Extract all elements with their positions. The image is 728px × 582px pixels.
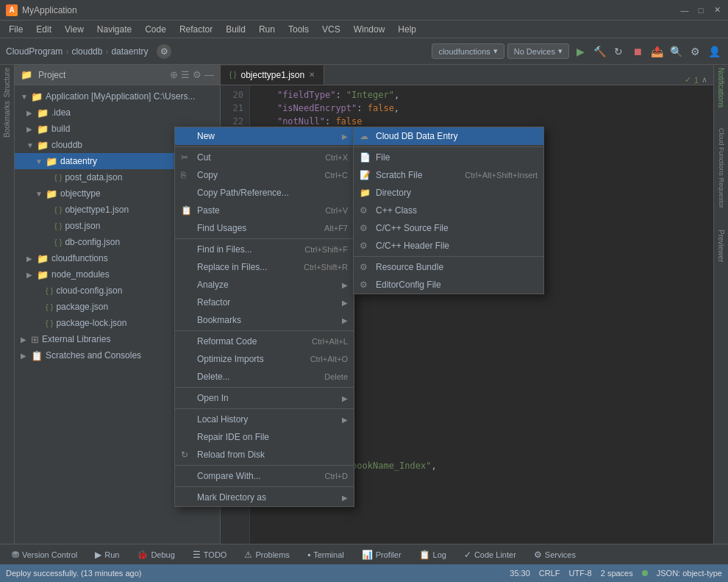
expand-arrow: ▼ <box>21 93 28 101</box>
submenu-item-file[interactable]: 📄 File <box>354 149 543 166</box>
tab-close-button[interactable]: ✕ <box>309 71 315 79</box>
sync-icon[interactable]: ☰ <box>181 69 190 80</box>
project-header: 📁 Project ⊕ ☰ ⚙ — <box>15 65 220 85</box>
ctx-item-compare[interactable]: Compare With... Ctrl+D <box>175 467 354 485</box>
deploy-button[interactable]: 📤 <box>649 43 665 60</box>
ctx-item-new[interactable]: New ▶ <box>175 127 354 145</box>
status-charset[interactable]: UTF-8 <box>569 569 592 578</box>
ctx-item-copy[interactable]: ⎘ Copy Ctrl+C <box>175 166 354 184</box>
ctx-sep-6 <box>175 465 354 466</box>
ctx-item-find-usages[interactable]: Find Usages Alt+F7 <box>175 219 354 237</box>
ctx-item-reformat[interactable]: Reformat Code Ctrl+Alt+L <box>175 333 354 350</box>
account-button[interactable]: 👤 <box>706 43 722 60</box>
menu-item-vcs[interactable]: VCS <box>316 23 346 36</box>
ctx-item-refactor[interactable]: Refactor ▶ <box>175 294 354 311</box>
submenu-item-cpp-class[interactable]: ⚙ C++ Class <box>354 202 543 219</box>
breadcrumb-dataentry[interactable]: dataentry <box>111 46 148 57</box>
build-button[interactable]: 🔨 <box>591 43 607 60</box>
settings-button[interactable]: ⚙ <box>687 43 703 60</box>
ctx-item-paste[interactable]: 📋 Paste Ctrl+V <box>175 202 354 219</box>
bookmarks-label[interactable]: Bookmarks <box>3 101 11 138</box>
project-icon: 📁 <box>21 69 32 80</box>
bottom-tab-version-control[interactable]: ⛃ Version Control <box>6 548 83 561</box>
gear-icon[interactable]: ⚙ <box>193 69 201 80</box>
ctx-item-cut[interactable]: ✂ Cut Ctrl+X <box>175 149 354 166</box>
tree-item-application[interactable]: ▼ 📁 Application [MyApplication] C:\Users… <box>15 88 220 104</box>
ctx-item-analyze[interactable]: Analyze ▶ <box>175 276 354 294</box>
bottom-tab-run[interactable]: ▶ Run <box>89 548 125 561</box>
bottom-tab-terminal[interactable]: ▪ Terminal <box>301 548 350 561</box>
bottom-tab-code-linter[interactable]: ✓ Code Linter <box>458 548 522 561</box>
previewer-label[interactable]: Previewer <box>717 230 725 262</box>
menu-item-code[interactable]: Code <box>139 23 172 36</box>
minimize-button[interactable]: — <box>679 5 690 15</box>
menu-item-view[interactable]: View <box>59 23 90 36</box>
reload-button[interactable]: ↻ <box>610 43 627 60</box>
bottom-tab-log[interactable]: 📋 Log <box>413 548 452 561</box>
ctx-item-bookmarks[interactable]: Bookmarks ▶ <box>175 311 354 329</box>
ctx-item-copy-path[interactable]: Copy Path/Reference... <box>175 184 354 202</box>
cloud-functions-label[interactable]: Cloud Functions Requestor <box>718 128 725 208</box>
menu-item-edit[interactable]: Edit <box>30 23 57 36</box>
context-menu: New ▶ ✂ Cut Ctrl+X ⎘ Copy Ctrl+C Copy Pa… <box>174 127 354 507</box>
ctx-item-local-history[interactable]: Local History ▶ <box>175 411 354 428</box>
close-button[interactable]: ✕ <box>712 5 722 15</box>
submenu-item-clouddb[interactable]: ☁ Cloud DB Data Entry <box>354 127 543 145</box>
notif-arrow[interactable]: ∧ <box>702 75 707 85</box>
status-indent[interactable]: 2 spaces <box>601 569 633 578</box>
menu-item-file[interactable]: File <box>3 23 29 36</box>
project-header-icons: ⊕ ☰ ⚙ — <box>170 69 214 80</box>
ctx-item-open-in[interactable]: Open In ▶ <box>175 389 354 407</box>
ctx-bookmarks-arrow: ▶ <box>342 316 348 324</box>
ctx-item-mark-dir[interactable]: Mark Directory as ▶ <box>175 489 354 506</box>
ctx-openin-arrow: ▶ <box>342 394 348 402</box>
ctx-item-delete[interactable]: Delete... Delete <box>175 368 354 386</box>
menu-item-build[interactable]: Build <box>220 23 251 36</box>
menu-item-help[interactable]: Help <box>392 23 422 36</box>
submenu-item-cpp-header[interactable]: ⚙ C/C++ Header File <box>354 237 543 255</box>
run-config-dropdown[interactable]: cloudfunctions ▾ <box>432 43 504 59</box>
search-icon[interactable]: ⚙ <box>157 44 171 59</box>
ctx-item-reload[interactable]: ↻ Reload from Disk <box>175 446 354 464</box>
submenu-item-directory[interactable]: 📁 Directory <box>354 184 543 202</box>
stop-button[interactable]: ⏹ <box>629 43 646 60</box>
editor-tab-objecttype1[interactable]: { } objecttype1.json ✕ <box>221 65 324 85</box>
bottom-tab-profiler[interactable]: 📊 Profiler <box>356 548 407 561</box>
breadcrumb-clouddb[interactable]: clouddb <box>71 46 102 57</box>
breadcrumb-cloudprogram[interactable]: CloudProgram <box>6 46 63 57</box>
sub-resource-icon: ⚙ <box>360 262 371 272</box>
bottom-tab-todo[interactable]: ☰ TODO <box>187 548 233 561</box>
bottom-tab-problems[interactable]: ⚠ Problems <box>238 548 295 561</box>
menu-item-navigate[interactable]: Navigate <box>91 23 138 36</box>
submenu-item-cpp-source[interactable]: ⚙ C/C++ Source File <box>354 219 543 237</box>
menu-item-tools[interactable]: Tools <box>282 23 315 36</box>
notifications-label[interactable]: Notifications <box>717 68 725 107</box>
menu-item-run[interactable]: Run <box>253 23 281 36</box>
device-dropdown[interactable]: No Devices ▾ <box>507 43 569 59</box>
structure-label[interactable]: Structure <box>3 68 11 98</box>
menu-item-window[interactable]: Window <box>348 23 391 36</box>
ctx-item-optimize[interactable]: Optimize Imports Ctrl+Alt+O <box>175 350 354 368</box>
tree-item-idea[interactable]: ▶ 📁 .idea <box>15 104 220 121</box>
bottom-tab-debug[interactable]: 🐞 Debug <box>131 548 180 561</box>
ctx-item-replace-files[interactable]: Replace in Files... Ctrl+Shift+R <box>175 258 354 276</box>
run-button[interactable]: ▶ <box>572 43 588 60</box>
submenu-item-scratch[interactable]: 📝 Scratch File Ctrl+Alt+Shift+Insert <box>354 166 543 184</box>
ctx-refactor-arrow: ▶ <box>342 299 348 307</box>
maximize-button[interactable]: □ <box>696 5 706 15</box>
minimize-panel-icon[interactable]: — <box>204 69 214 80</box>
menu-item-refactor[interactable]: Refactor <box>174 23 218 36</box>
status-position[interactable]: 35:30 <box>510 569 530 578</box>
json-icon-5: { } <box>46 286 53 295</box>
bottom-tab-services[interactable]: ⚙ Services <box>528 548 582 561</box>
status-file-type[interactable]: JSON: object-type <box>657 569 722 578</box>
add-icon[interactable]: ⊕ <box>170 69 178 80</box>
ctx-cut-shortcut: Ctrl+X <box>325 153 348 162</box>
submenu-item-resource-bundle[interactable]: ⚙ Resource Bundle <box>354 258 543 276</box>
find-button[interactable]: 🔍 <box>668 43 684 60</box>
status-crlf[interactable]: CRLF <box>539 569 560 578</box>
submenu-item-editorconfig[interactable]: ⚙ EditorConfig File <box>354 276 543 294</box>
ctx-item-repair-ide[interactable]: Repair IDE on File <box>175 428 354 446</box>
ctx-item-find-files[interactable]: Find in Files... Ctrl+Shift+F <box>175 241 354 258</box>
build-folder-icon: 📁 <box>37 124 49 135</box>
